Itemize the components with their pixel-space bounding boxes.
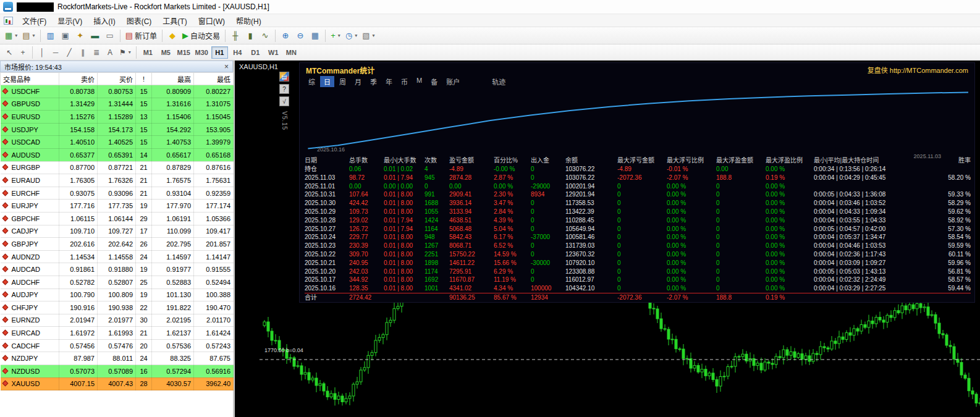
menu-item-文件(F)[interactable]: 文件(F) bbox=[17, 14, 52, 28]
stats-tab-日[interactable]: 日 bbox=[320, 76, 334, 87]
stats-cell: 0.01 | 8.00 bbox=[384, 190, 425, 199]
stats-tab-月[interactable]: 月 bbox=[351, 76, 365, 87]
navigator-button[interactable]: ✦ bbox=[73, 28, 88, 43]
crosshair-tool[interactable]: + bbox=[16, 46, 30, 59]
chart-area[interactable]: XAUUSD,H1 ▤ ? √ V5.15 1770.60 b=0.04 MTC… bbox=[235, 61, 980, 417]
stats-tab-季[interactable]: 季 bbox=[366, 76, 381, 87]
stats-tab-备[interactable]: 备 bbox=[427, 76, 441, 87]
ea-help-button[interactable]: ? bbox=[279, 84, 289, 94]
market-watch-row-AUDJPY[interactable]: AUDJPY100.790100.80919101.130100.388 bbox=[1, 289, 234, 301]
market-watch-row-XAUUSD[interactable]: XAUUSD4007.154007.43284030.573962.40 bbox=[1, 377, 234, 390]
profiles-button[interactable]: ▤▾ bbox=[20, 28, 37, 43]
vertical-line-tool[interactable]: │ bbox=[35, 46, 49, 59]
symbol-trend-icon bbox=[2, 151, 8, 158]
menu-item-窗口(W)[interactable]: 窗口(W) bbox=[193, 14, 230, 28]
market-watch-row-CADJPY[interactable]: CADJPY109.710109.72717110.099109.417 bbox=[1, 225, 234, 238]
text-tool[interactable]: A bbox=[103, 46, 117, 59]
timeframe-H1[interactable]: H1 bbox=[211, 46, 228, 59]
templates-button[interactable]: ▧▾ bbox=[360, 28, 377, 43]
market-watch-row-EURNZD[interactable]: EURNZD2.019472.01977302.021952.01170 bbox=[1, 314, 234, 327]
stats-cell: 242.03 bbox=[349, 267, 384, 276]
zoom-out-button[interactable]: ⊖ bbox=[293, 28, 308, 43]
stats-cell: 0 bbox=[617, 250, 667, 259]
equidistant-channel-tool[interactable]: ∥ bbox=[76, 46, 90, 59]
indicators-button[interactable]: +▾ bbox=[328, 28, 343, 43]
market-watch-row-EURCAD[interactable]: EURCAD1.619721.61993211.621371.61424 bbox=[1, 327, 234, 340]
timeframe-M30[interactable]: M30 bbox=[193, 46, 210, 59]
menu-item-显示(V)[interactable]: 显示(V) bbox=[52, 14, 88, 28]
periods-button[interactable]: ◷▾ bbox=[343, 28, 360, 43]
menu-item-插入(I)[interactable]: 插入(I) bbox=[88, 14, 120, 28]
timeframe-H4[interactable]: H4 bbox=[229, 46, 246, 59]
market-watch-row-GBPUSD[interactable]: GBPUSD1.314291.31444151.316161.31075 bbox=[1, 98, 234, 111]
mw-ask-cell: 202.642 bbox=[98, 238, 136, 251]
metaeditor-button[interactable]: ◆ bbox=[165, 28, 180, 43]
timeframe-W1[interactable]: W1 bbox=[265, 46, 282, 59]
market-watch-row-CHFJPY[interactable]: CHFJPY190.916190.93822191.822190.470 bbox=[1, 301, 234, 314]
ea-panel-toggle-button[interactable]: ▤ bbox=[279, 72, 289, 82]
timeframe-D1[interactable]: D1 bbox=[247, 46, 264, 59]
market-watch-row-EURCHF[interactable]: EURCHF0.930750.93096210.931040.92359 bbox=[1, 187, 234, 200]
zoom-in-button[interactable]: ⊕ bbox=[278, 28, 293, 43]
line-chart-mode-button[interactable]: ∿ bbox=[258, 28, 272, 43]
market-watch-row-GBPCHF[interactable]: GBPCHF1.061151.06144291.061911.05366 bbox=[1, 212, 234, 225]
market-watch-row-EURAUD[interactable]: EURAUD1.763051.76326211.765751.75631 bbox=[1, 174, 234, 187]
market-watch-row-EURJPY[interactable]: EURJPY177.716177.73519177.970177.174 bbox=[1, 200, 234, 213]
cursor-tool[interactable]: ↖ bbox=[2, 46, 16, 59]
close-icon[interactable]: × bbox=[224, 62, 229, 71]
menu-item-帮助(H)[interactable]: 帮助(H) bbox=[230, 14, 267, 28]
ea-confirm-button[interactable]: √ bbox=[279, 96, 289, 106]
strategy-tester-button[interactable]: ▭ bbox=[103, 28, 117, 43]
menu-item-图表(C)[interactable]: 图表(C) bbox=[121, 14, 158, 28]
bar-chart-mode-button[interactable]: ╫ bbox=[228, 28, 243, 43]
new-order-button[interactable]: ▤新订单 bbox=[123, 28, 159, 43]
stats-cell: 0.01 | 8.00 bbox=[384, 233, 425, 242]
stats-tab-轨迹[interactable]: 轨迹 bbox=[488, 76, 509, 87]
stats-panel-brand-link[interactable]: 复盘侠 http://MTCommander.com bbox=[868, 65, 968, 75]
stats-tab-M[interactable]: M bbox=[413, 76, 426, 87]
market-watch-row-AUDUSD[interactable]: AUDUSD0.653770.65391140.656170.65168 bbox=[1, 148, 234, 161]
market-watch-column-2[interactable]: 买价 bbox=[98, 73, 136, 85]
stats-tab-综[interactable]: 综 bbox=[305, 76, 319, 87]
horizontal-line-tool[interactable]: ─ bbox=[49, 46, 62, 59]
market-watch-column-5[interactable]: 最低 bbox=[194, 73, 234, 85]
market-watch-row-EURUSD[interactable]: EURUSD1.152761.15289131.154061.15045 bbox=[1, 111, 234, 124]
arrows-tool[interactable]: ⚑▾ bbox=[117, 46, 133, 59]
market-watch-row-AUDNZD[interactable]: AUDNZD1.145341.14558241.145971.14147 bbox=[1, 250, 234, 263]
timeframe-M5[interactable]: M5 bbox=[158, 46, 174, 59]
stats-tab-周[interactable]: 周 bbox=[336, 76, 350, 87]
market-watch-row-AUDCAD[interactable]: AUDCAD0.918610.91880190.919770.91555 bbox=[1, 263, 234, 276]
market-watch-column-0[interactable]: 交易品种 bbox=[1, 73, 59, 85]
market-watch-row-USDCHF[interactable]: USDCHF0.807380.80753150.809090.80227 bbox=[1, 85, 234, 98]
market-watch-button[interactable]: ▥ bbox=[43, 28, 58, 43]
stats-cell: 0.19 % bbox=[766, 293, 814, 302]
market-watch-column-1[interactable]: 卖价 bbox=[59, 73, 98, 85]
market-watch-row-GBPJPY[interactable]: GBPJPY202.616202.64226202.795201.857 bbox=[1, 238, 234, 251]
stats-tab-币[interactable]: 币 bbox=[397, 76, 412, 87]
terminal-button[interactable]: ▬ bbox=[88, 28, 103, 43]
menu-item-工具(T)[interactable]: 工具(T) bbox=[157, 14, 192, 28]
timeframe-M15[interactable]: M15 bbox=[175, 46, 192, 59]
stats-header-row: 日期总手数最小|大手数次数盈亏金额百分比%出入金余额最大浮亏金额最大浮亏比例最大… bbox=[305, 156, 971, 165]
market-watch-row-CADCHF[interactable]: CADCHF0.574560.57476200.575360.57243 bbox=[1, 339, 234, 352]
timeframe-M1[interactable]: M1 bbox=[140, 46, 156, 59]
tile-windows-button[interactable]: ▦ bbox=[308, 28, 323, 43]
market-watch-row-USDJPY[interactable]: USDJPY154.158154.17315154.292153.905 bbox=[1, 123, 234, 136]
market-watch-row-NZDJPY[interactable]: NZDJPY87.98788.0112488.32587.675 bbox=[1, 352, 234, 365]
fibonacci-tool[interactable]: ≣ bbox=[90, 46, 103, 59]
autotrading-button[interactable]: ▶自动交易 bbox=[180, 28, 222, 43]
market-watch-column-3[interactable]: ! bbox=[136, 73, 152, 85]
stats-tab-账户[interactable]: 账户 bbox=[442, 76, 463, 87]
candlestick-mode-button[interactable]: ▮ bbox=[243, 28, 258, 43]
stats-tab-年[interactable]: 年 bbox=[382, 76, 396, 87]
market-watch-row-EURGBP[interactable]: EURGBP0.877000.87721210.878290.87616 bbox=[1, 161, 234, 174]
market-watch-column-4[interactable]: 最高 bbox=[152, 73, 194, 85]
market-watch-row-NZDUSD[interactable]: NZDUSD0.570730.57089160.572940.56916 bbox=[1, 365, 234, 378]
data-window-button[interactable]: ▣ bbox=[58, 28, 73, 43]
trendline-tool[interactable]: ╱ bbox=[62, 46, 76, 59]
market-watch-row-USDCAD[interactable]: USDCAD1.405101.40525151.407531.39979 bbox=[1, 136, 234, 149]
market-watch-row-AUDCHF[interactable]: AUDCHF0.527820.52807250.528830.52494 bbox=[1, 276, 234, 289]
mw-bid-cell: 1.61972 bbox=[59, 327, 98, 340]
timeframe-MN[interactable]: MN bbox=[283, 46, 300, 59]
new-chart-button[interactable]: ▦▾ bbox=[2, 28, 20, 43]
